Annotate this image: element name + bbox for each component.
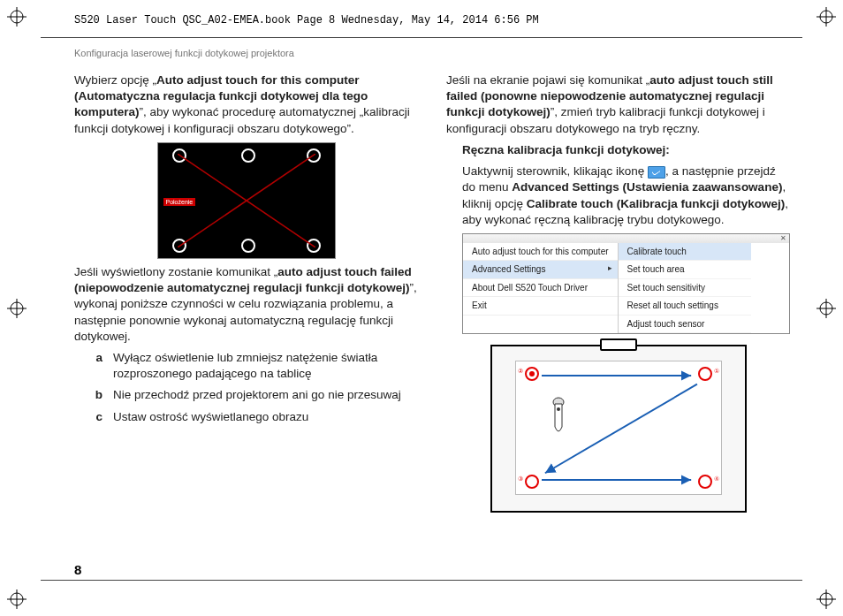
stylus-icon bbox=[550, 397, 567, 437]
page-number: 8 bbox=[74, 562, 81, 577]
text: Jeśli na ekranie pojawi się komunikat „ bbox=[446, 73, 649, 87]
close-icon: ✕ bbox=[780, 234, 786, 244]
menu-item-adjust-sensor[interactable]: Adjust touch sensor bbox=[619, 316, 751, 334]
abc-list: a Wyłącz oświetlenie lub zmniejsz natęże… bbox=[90, 350, 418, 425]
text: Wybierz opcję „ bbox=[74, 73, 156, 87]
calibration-arrows-icon bbox=[516, 361, 721, 494]
list-text: Ustaw ostrość wyświetlanego obrazu bbox=[113, 409, 418, 425]
header-rule bbox=[41, 37, 802, 38]
svg-point-24 bbox=[557, 407, 560, 411]
text: Uaktywnij sterownik, klikając ikonę bbox=[462, 164, 648, 178]
window-titlebar: ✕ bbox=[463, 234, 789, 243]
menu-item-calibrate-touch[interactable]: Calibrate touch bbox=[619, 243, 751, 262]
bold-term: Calibrate touch (Kalibracja funkcji doty… bbox=[527, 197, 786, 210]
right-h2: Ręczna kalibracja funkcji dotykowej: bbox=[462, 142, 790, 158]
text: Jeśli wyświetlony zostanie komunikat „ bbox=[74, 265, 277, 278]
crop-mark bbox=[7, 589, 27, 609]
menu-primary: Auto adjust touch for this computer Adva… bbox=[463, 243, 619, 334]
bold-term: Advanced Settings (Ustawienia zaawansowa… bbox=[512, 180, 782, 194]
right-column: Jeśli na ekranie pojawi się komunikat „a… bbox=[446, 72, 790, 513]
list-text: Nie przechodź przed projektorem ani go n… bbox=[113, 387, 418, 403]
menu-item-set-sensitivity[interactable]: Set touch sensitivity bbox=[619, 279, 751, 298]
crop-mark bbox=[7, 299, 27, 318]
list-item: a Wyłącz oświetlenie lub zmniejsz natęże… bbox=[90, 350, 418, 382]
menu-item-auto-adjust[interactable]: Auto adjust touch for this computer bbox=[463, 243, 618, 262]
menu-item-set-touch-area[interactable]: Set touch area bbox=[619, 261, 751, 279]
left-p1: Wybierz opcję „Auto adjust touch for thi… bbox=[74, 72, 418, 137]
cal-cross-icon bbox=[178, 154, 315, 247]
menu-item-reset-settings[interactable]: Reset all touch settings bbox=[619, 297, 751, 316]
right-p2: Uaktywnij sterownik, klikając ikonę , a … bbox=[462, 164, 790, 228]
list-item: b Nie przechodź przed projektorem ani go… bbox=[90, 387, 418, 403]
menu-item-exit[interactable]: Exit bbox=[463, 297, 618, 316]
crop-mark bbox=[816, 589, 836, 609]
print-header: S520 Laser Touch QSC_A02-EMEA.book Page … bbox=[74, 14, 539, 27]
menu-item-about[interactable]: About Dell S520 Touch Driver bbox=[463, 279, 618, 298]
board-clip-icon bbox=[600, 338, 637, 351]
section-title: Konfiguracja laserowej funkcji dotykowej… bbox=[74, 48, 294, 58]
crop-mark bbox=[816, 299, 836, 318]
list-marker: a bbox=[90, 350, 103, 382]
svg-line-21 bbox=[544, 384, 696, 474]
crop-mark bbox=[816, 7, 836, 27]
figure-context-menu: ✕ Auto adjust touch for this computer Ad… bbox=[462, 233, 790, 335]
left-column: Wybierz opcję „Auto adjust touch for thi… bbox=[74, 72, 418, 513]
menu-item-advanced-settings[interactable]: Advanced Settings bbox=[463, 261, 618, 279]
menu-submenu: Calibrate touch Set touch area Set touch… bbox=[619, 243, 751, 334]
cal-label: Położenie bbox=[163, 198, 196, 206]
figure-manual-calibration: ② ① ③ ④ bbox=[490, 345, 747, 513]
driver-tray-icon bbox=[648, 166, 665, 179]
list-marker: c bbox=[90, 409, 103, 425]
list-item: c Ustaw ostrość wyświetlanego obrazu bbox=[90, 409, 418, 425]
right-p1: Jeśli na ekranie pojawi się komunikat „a… bbox=[446, 72, 790, 137]
figure-calibration-screen: Położenie bbox=[157, 142, 336, 259]
list-marker: b bbox=[90, 387, 103, 403]
left-p2: Jeśli wyświetlony zostanie komunikat „au… bbox=[74, 264, 418, 345]
crop-mark bbox=[7, 7, 27, 27]
footer-rule bbox=[41, 580, 802, 581]
list-text: Wyłącz oświetlenie lub zmniejsz natężeni… bbox=[113, 350, 418, 382]
